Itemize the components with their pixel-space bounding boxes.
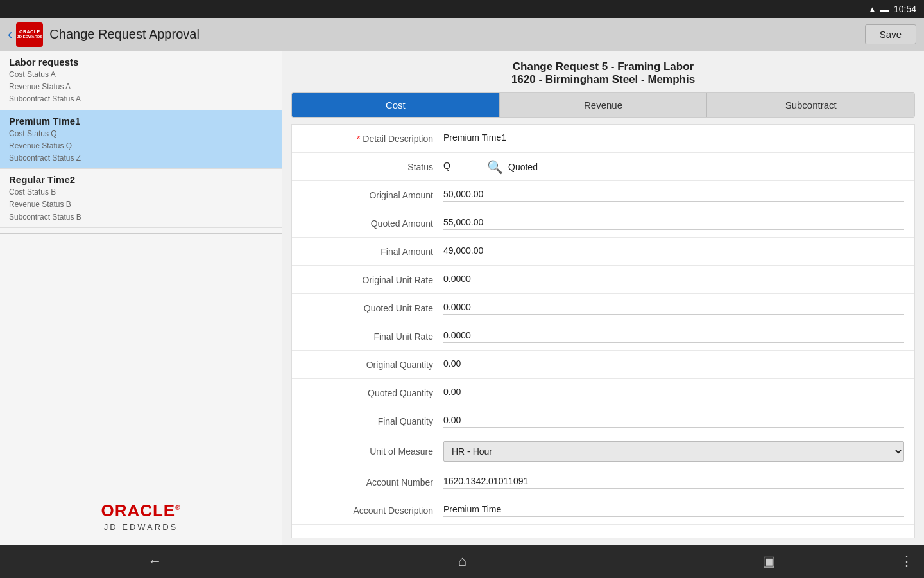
- value-quoted-quantity: 0.00: [443, 387, 904, 399]
- tab-revenue[interactable]: Revenue: [500, 93, 708, 117]
- panel-header: Change Request 5 - Framing Labor 1620 - …: [282, 51, 924, 92]
- form-row-detail-description: Detail Description Premium Time1: [292, 125, 914, 153]
- nav-apps-icon[interactable]: ▣: [762, 553, 776, 570]
- value-quoted-amount: 55,000.00: [443, 217, 904, 230]
- unit-of-measure-select[interactable]: HR - Hour EA - Each LF - Linear Foot: [443, 441, 904, 462]
- logo-line2: JD EDWARDS: [17, 35, 42, 39]
- app-logo: ORACLE JD EDWARDS: [16, 22, 43, 47]
- value-final-unit-rate: 0.0000: [443, 330, 904, 343]
- label-final-unit-rate: Final Unit Rate: [302, 331, 443, 342]
- form-row-final-amount: Final Amount 49,000.00: [292, 238, 914, 266]
- value-account-description: Premium Time: [443, 504, 904, 517]
- status-quoted-text: Quoted: [508, 162, 538, 172]
- value-final-amount: 49,000.00: [443, 245, 904, 258]
- sidebar-item-sub-premium: Cost Status Q Revenue Status Q Subcontra…: [9, 128, 273, 165]
- label-status: Status: [302, 162, 443, 172]
- back-arrow-icon[interactable]: ‹: [8, 26, 12, 43]
- value-original-unit-rate: 0.0000: [443, 274, 904, 286]
- form-row-quoted-amount: Quoted Amount 55,000.00: [292, 209, 914, 238]
- tab-bar: Cost Revenue Subcontract: [291, 92, 915, 118]
- form-row-account-description: Account Description Premium Time: [292, 496, 914, 525]
- form-row-status: Status 🔍 Quoted: [292, 153, 914, 181]
- form-row-quoted-quantity: Quoted Quantity 0.00: [292, 379, 914, 407]
- status-time: 10:54: [894, 4, 916, 14]
- label-quoted-amount: Quoted Amount: [302, 218, 443, 229]
- label-account-description: Account Description: [302, 505, 443, 516]
- sidebar-item-premium-time1[interactable]: Premium Time1 Cost Status Q Revenue Stat…: [0, 110, 282, 170]
- label-final-amount: Final Amount: [302, 247, 443, 257]
- label-original-amount: Original Amount: [302, 190, 443, 200]
- form-row-original-amount: Original Amount 50,000.00: [292, 181, 914, 209]
- sidebar-item-title-labor: Labor requests: [9, 57, 273, 67]
- form-row-unit-of-measure: Unit of Measure HR - Hour EA - Each LF -…: [292, 435, 914, 468]
- value-final-quantity: 0.00: [443, 415, 904, 428]
- logo-line1: ORACLE: [17, 30, 42, 35]
- wifi-icon: ▲: [868, 4, 877, 14]
- status-input-area: 🔍 Quoted: [443, 159, 904, 175]
- label-unit-of-measure: Unit of Measure: [302, 446, 443, 457]
- panel-header-line1: Change Request 5 - Framing Labor: [295, 60, 911, 73]
- form-row-final-unit-rate: Final Unit Rate 0.0000: [292, 322, 914, 351]
- label-original-unit-rate: Original Unit Rate: [302, 275, 443, 285]
- label-final-quantity: Final Quantity: [302, 416, 443, 426]
- sidebar-item-regular-time2[interactable]: Regular Time2 Cost Status B Revenue Stat…: [0, 169, 282, 228]
- label-quoted-quantity: Quoted Quantity: [302, 388, 443, 398]
- tab-subcontract[interactable]: Subcontract: [707, 93, 914, 117]
- bottom-nav-bar: ← ⌂ ▣ ⋮: [0, 545, 924, 578]
- jde-logo-text: JD EDWARDS: [104, 522, 178, 532]
- value-original-amount: 50,000.00: [443, 189, 904, 202]
- oracle-logo-text: ORACLE®: [101, 501, 180, 521]
- label-account-number: Account Number: [302, 477, 443, 487]
- value-quoted-unit-rate: 0.0000: [443, 302, 904, 315]
- value-detail-description: Premium Time1: [443, 132, 904, 145]
- battery-icon: ▬: [880, 4, 889, 14]
- sidebar-item-sub-labor: Cost Status A Revenue Status A Subcontra…: [9, 69, 273, 106]
- value-original-quantity: 0.00: [443, 358, 904, 371]
- sidebar-item-title-premium: Premium Time1: [9, 116, 273, 127]
- oracle-logo-area: ORACLE® JD EDWARDS: [0, 482, 282, 545]
- sidebar-content: Labor requests Cost Status A Revenue Sta…: [0, 51, 282, 482]
- form-row-account-number: Account Number 1620.1342.01011091: [292, 468, 914, 496]
- value-account-number: 1620.1342.01011091: [443, 476, 904, 489]
- oracle-trademark: ®: [175, 504, 180, 511]
- top-bar: ‹ ORACLE JD EDWARDS Change Request Appro…: [0, 18, 924, 51]
- page-title: Change Request Approval: [49, 27, 864, 42]
- panel-header-line2: 1620 - Birmingham Steel - Memphis: [295, 73, 911, 86]
- sidebar: Labor requests Cost Status A Revenue Sta…: [0, 51, 282, 545]
- form-area: Detail Description Premium Time1 Status …: [291, 124, 915, 538]
- sidebar-item-sub-regular: Cost Status B Revenue Status B Subcontra…: [9, 186, 273, 223]
- status-input-field[interactable]: [443, 161, 482, 173]
- value-extra: [443, 536, 904, 538]
- form-row-original-unit-rate: Original Unit Rate 0.0000: [292, 266, 914, 294]
- label-original-quantity: Original Quantity: [302, 360, 443, 370]
- status-icons: ▲ ▬: [868, 4, 889, 14]
- nav-more-icon[interactable]: ⋮: [900, 553, 914, 570]
- nav-home-icon[interactable]: ⌂: [458, 553, 466, 570]
- sidebar-item-title-regular: Regular Time2: [9, 174, 273, 185]
- status-bar: ▲ ▬ 10:54: [0, 0, 924, 18]
- sidebar-divider: [0, 233, 282, 234]
- tab-cost[interactable]: Cost: [292, 93, 500, 117]
- form-row-original-quantity: Original Quantity 0.00: [292, 351, 914, 379]
- status-search-icon[interactable]: 🔍: [487, 159, 503, 175]
- main-layout: Labor requests Cost Status A Revenue Sta…: [0, 51, 924, 545]
- sidebar-item-labor-requests[interactable]: Labor requests Cost Status A Revenue Sta…: [0, 51, 282, 110]
- save-button[interactable]: Save: [865, 24, 916, 44]
- form-row-quoted-unit-rate: Quoted Unit Rate 0.0000: [292, 294, 914, 322]
- right-panel: Change Request 5 - Framing Labor 1620 - …: [282, 51, 924, 545]
- nav-back-icon[interactable]: ←: [148, 553, 162, 570]
- form-row-extra: [292, 525, 914, 538]
- form-row-final-quantity: Final Quantity 0.00: [292, 407, 914, 435]
- label-detail-description: Detail Description: [302, 134, 443, 144]
- label-quoted-unit-rate: Quoted Unit Rate: [302, 303, 443, 313]
